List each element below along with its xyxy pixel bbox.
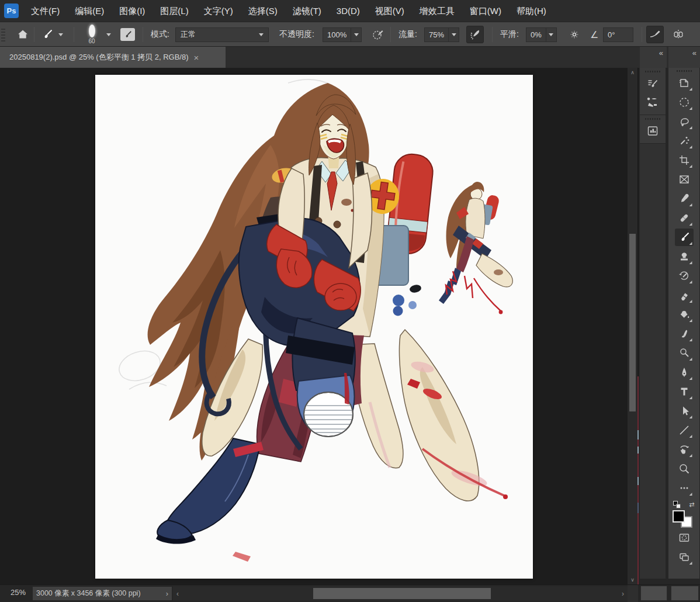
blend-mode-select[interactable]: 正常: [175, 27, 269, 42]
airbrush-toggle-button[interactable]: [466, 26, 484, 43]
brush-tip-preview[interactable]: 60: [82, 25, 102, 44]
type-tool[interactable]: [675, 383, 694, 400]
blend-mode-value: 正常: [181, 29, 196, 40]
zoom-level-field[interactable]: 25%: [11, 588, 26, 597]
opacity-dropdown[interactable]: [351, 27, 362, 42]
document-tab-title: 20250819(2).psd @ 25% (色彩平衡 1 拷贝 2, RGB/…: [9, 52, 189, 63]
tools-toolbar: ⇄: [668, 68, 699, 579]
paint-symmetry-button[interactable]: [670, 26, 687, 43]
menu-item[interactable]: 图像(I): [112, 0, 153, 22]
toolbar-collapse[interactable]: «: [668, 47, 700, 68]
status-expand-icon[interactable]: ›: [166, 589, 168, 598]
lasso-tool[interactable]: [675, 113, 694, 130]
smoothing-value: 0%: [526, 27, 546, 42]
artwork-canvas[interactable]: [95, 75, 533, 579]
photoshop-logo[interactable]: Ps: [4, 4, 19, 18]
vertical-scrollbar[interactable]: ∧ ∨: [628, 68, 637, 584]
scroll-up-icon[interactable]: ∧: [628, 68, 637, 77]
menu-item[interactable]: 文件(F): [23, 0, 67, 22]
tablet-pressure-size-button[interactable]: [646, 26, 664, 43]
smudge-tool[interactable]: [675, 325, 694, 342]
flow-dropdown[interactable]: [448, 27, 459, 42]
panel-grip[interactable]: [645, 118, 660, 120]
rotate-view-tool[interactable]: [675, 441, 694, 458]
right-dock: ⇄: [639, 68, 700, 584]
brush-settings-panel-button[interactable]: [643, 75, 663, 92]
smoothing-dropdown[interactable]: [546, 27, 557, 42]
swap-colors-icon[interactable]: ⇄: [689, 501, 694, 508]
opacity-value: 100%: [323, 27, 351, 42]
dodge-tool[interactable]: [675, 344, 694, 362]
pen-tool[interactable]: [675, 364, 694, 381]
frame-tool[interactable]: [675, 171, 694, 188]
vertical-scrollbar-thumb[interactable]: [629, 234, 636, 411]
tablet-pressure-opacity-button[interactable]: [369, 26, 387, 43]
clone-stamp-tool[interactable]: [675, 248, 694, 265]
brush-tool[interactable]: [675, 229, 694, 246]
history-brush-tool[interactable]: [675, 267, 694, 285]
document-tab-bar: 20250819(2).psd @ 25% (色彩平衡 1 拷贝 2, RGB/…: [0, 47, 700, 68]
tab-close-icon[interactable]: ×: [194, 53, 199, 63]
toolbar-grip[interactable]: [677, 70, 692, 72]
menu-item[interactable]: 文字(Y): [196, 0, 241, 22]
color-swatches-widget: ⇄: [673, 501, 696, 528]
document-tab[interactable]: 20250819(2).psd @ 25% (色彩平衡 1 拷贝 2, RGB/…: [0, 47, 226, 68]
eraser-tool[interactable]: [675, 286, 694, 304]
brush-angle-field[interactable]: 0°: [603, 27, 633, 42]
tool-options-bar: 60 模式: 正常 不透明度: 100% 流量: 75%: [0, 22, 700, 47]
scroll-down-icon[interactable]: ∨: [628, 575, 637, 584]
menu-item[interactable]: 选择(S): [241, 0, 285, 22]
brushes-panel-button[interactable]: [643, 94, 663, 111]
smoothing-gear-icon[interactable]: [566, 26, 583, 43]
scroll-left-icon[interactable]: ‹: [173, 586, 182, 601]
menu-item[interactable]: 图层(L): [153, 0, 196, 22]
brush-size-value: 60: [88, 38, 95, 44]
options-bar-grip[interactable]: [1, 27, 5, 42]
horizontal-scrollbar-thumb[interactable]: [313, 588, 491, 599]
panel-grip[interactable]: [645, 71, 660, 72]
menu-item[interactable]: 滤镜(T): [285, 0, 329, 22]
chevron-down-icon: [259, 33, 264, 36]
divider: [143, 27, 143, 42]
foreground-color-swatch[interactable]: [673, 510, 685, 523]
edit-toolbar-button[interactable]: [675, 479, 694, 497]
divider: [642, 27, 642, 42]
menu-item[interactable]: 编辑(E): [67, 0, 112, 22]
home-button[interactable]: [14, 26, 32, 43]
line-tool[interactable]: [675, 421, 694, 439]
menu-item[interactable]: 增效工具: [412, 0, 462, 22]
chevron-down-icon[interactable]: [58, 33, 63, 36]
menu-item[interactable]: 窗口(W): [462, 0, 509, 22]
mode-label: 模式:: [151, 29, 169, 40]
opacity-field[interactable]: 100%: [323, 27, 362, 42]
menu-item[interactable]: 视图(V): [368, 0, 412, 22]
paint-bucket-tool[interactable]: [675, 306, 694, 323]
path-selection-tool[interactable]: [675, 402, 694, 420]
libraries-panel-button[interactable]: [643, 122, 663, 140]
horizontal-scrollbar[interactable]: ‹ ›: [173, 586, 628, 601]
eyedropper-tool[interactable]: [675, 190, 694, 207]
double-chevron-icon: «: [692, 49, 696, 57]
move-tool[interactable]: [675, 74, 694, 92]
magic-wand-tool[interactable]: [675, 132, 694, 150]
status-extra-cell: [640, 586, 667, 601]
zoom-tool[interactable]: [675, 460, 694, 478]
crop-tool[interactable]: [675, 151, 694, 169]
panel-strip-collapse[interactable]: «: [640, 47, 667, 68]
document-info[interactable]: 3000 像素 x 3456 像素 (300 ppi) ›: [33, 587, 172, 600]
menu-item[interactable]: 3D(D): [329, 0, 368, 22]
spot-healing-brush-tool[interactable]: [675, 209, 694, 227]
smoothing-field[interactable]: 0%: [526, 27, 557, 42]
chevron-down-icon[interactable]: [106, 33, 111, 36]
flow-value: 75%: [424, 27, 448, 42]
elliptical-marquee-tool[interactable]: [675, 94, 694, 111]
brush-tool-preset-button[interactable]: [39, 26, 56, 43]
scroll-right-icon[interactable]: ›: [618, 586, 628, 601]
flow-field[interactable]: 75%: [424, 27, 459, 42]
toggle-brush-settings-panel-button[interactable]: [120, 28, 135, 41]
quick-mask-button[interactable]: [675, 529, 694, 546]
menu-bar: Ps 文件(F)编辑(E)图像(I)图层(L)文字(Y)选择(S)滤镜(T)3D…: [0, 0, 700, 22]
brush-angle-icon: ∠: [590, 29, 598, 40]
menu-item[interactable]: 帮助(H): [509, 0, 554, 22]
screen-mode-button[interactable]: [675, 548, 694, 566]
